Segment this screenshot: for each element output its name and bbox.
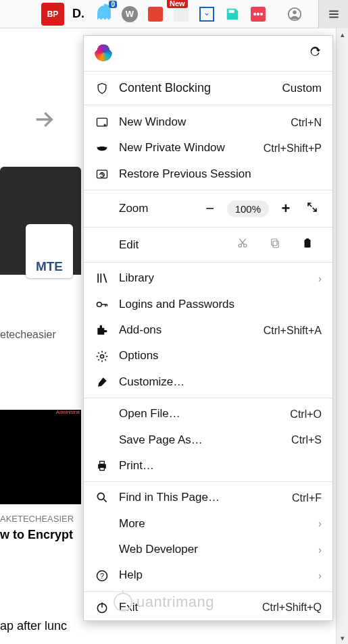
browser-toolbar: BP D. 0 W New ••• bbox=[0, 0, 348, 28]
edit-label: Edit bbox=[95, 238, 224, 252]
lastpass-icon[interactable]: ••• bbox=[247, 3, 270, 26]
open-file-item[interactable]: Open File… Ctrl+O bbox=[84, 401, 332, 427]
help-item[interactable]: ? Help › bbox=[84, 562, 332, 588]
app-menu: Content Blocking Custom New Window Ctrl+… bbox=[83, 35, 333, 621]
find-label: Find in This Page… bbox=[119, 491, 282, 504]
fullscreen-icon[interactable] bbox=[303, 201, 322, 217]
logins-label: Logins and Passwords bbox=[119, 298, 322, 311]
print-label: Print… bbox=[119, 459, 322, 473]
new-private-shortcut: Ctrl+Shift+P bbox=[264, 142, 322, 155]
svg-rect-8 bbox=[272, 239, 277, 246]
copy-icon[interactable] bbox=[261, 237, 289, 252]
card2-kicker: AKETECHEASIER bbox=[0, 514, 74, 524]
new-badge: New bbox=[167, 0, 188, 8]
zoom-row: Zoom − 100% + bbox=[84, 193, 332, 224]
customize-item[interactable]: Customize… bbox=[84, 369, 332, 395]
paste-icon[interactable] bbox=[293, 237, 322, 252]
find-item[interactable]: Find in This Page… Ctrl+F bbox=[84, 485, 332, 510]
ghostery-icon[interactable]: 0 bbox=[93, 3, 116, 26]
help-label: Help bbox=[119, 568, 304, 582]
card2-thumb-term: Administrat bbox=[0, 410, 81, 504]
content-blocking-row[interactable]: Content Blocking Custom bbox=[84, 72, 332, 105]
page-scrollbar[interactable]: ▴ ▾ bbox=[336, 28, 348, 644]
sync-refresh-icon[interactable] bbox=[308, 45, 322, 61]
new-window-shortcut: Ctrl+N bbox=[291, 116, 322, 129]
new-window-icon bbox=[95, 115, 109, 129]
save-as-shortcut: Ctrl+S bbox=[291, 433, 322, 446]
library-item[interactable]: Library › bbox=[84, 265, 332, 291]
svg-rect-0 bbox=[229, 9, 234, 13]
new-window-label: New Window bbox=[119, 115, 281, 129]
new-private-label: New Private Window bbox=[119, 141, 254, 155]
svg-point-11 bbox=[97, 302, 102, 306]
power-icon bbox=[95, 601, 109, 614]
shield-icon bbox=[95, 82, 109, 95]
download-icon[interactable] bbox=[195, 3, 218, 26]
fxa-account-icon[interactable] bbox=[95, 44, 112, 61]
new-private-item[interactable]: New Private Window Ctrl+Shift+P bbox=[84, 135, 332, 161]
gear-icon bbox=[95, 350, 109, 363]
search-icon bbox=[95, 491, 109, 504]
card3-line: ap after lunc bbox=[0, 619, 67, 633]
chevron-right-icon: › bbox=[314, 569, 322, 582]
svg-rect-7 bbox=[273, 241, 278, 248]
addons-label: Add-ons bbox=[119, 323, 254, 337]
scroll-up-icon[interactable]: ▴ bbox=[337, 28, 348, 41]
library-icon bbox=[95, 271, 109, 285]
svg-rect-15 bbox=[100, 468, 105, 471]
svg-point-2 bbox=[293, 10, 297, 14]
exit-shortcut: Ctrl+Shift+Q bbox=[262, 601, 322, 614]
zoom-out-button[interactable]: − bbox=[197, 200, 223, 217]
cut-icon[interactable] bbox=[228, 237, 257, 252]
customize-label: Customize… bbox=[119, 375, 322, 389]
mask-icon bbox=[95, 142, 109, 155]
todoist-icon[interactable] bbox=[144, 3, 167, 26]
forward-arrow-icon[interactable] bbox=[32, 108, 55, 134]
svg-rect-10 bbox=[306, 238, 309, 240]
edit-row: Edit bbox=[84, 230, 332, 259]
library-label: Library bbox=[119, 271, 304, 285]
hamburger-menu-button[interactable] bbox=[318, 0, 348, 28]
zoom-label: Zoom bbox=[95, 202, 193, 215]
watermark-bulb-icon bbox=[114, 593, 132, 612]
zoom-value[interactable]: 100% bbox=[227, 200, 269, 217]
save-as-label: Save Page As… bbox=[119, 433, 282, 447]
account-icon[interactable] bbox=[283, 3, 306, 26]
addons-item[interactable]: Add-ons Ctrl+Shift+A bbox=[84, 317, 332, 343]
svg-point-12 bbox=[101, 354, 104, 358]
options-item[interactable]: Options bbox=[84, 343, 332, 369]
chevron-right-icon: › bbox=[314, 543, 322, 556]
chevron-right-icon: › bbox=[314, 517, 322, 530]
wallabag-icon[interactable]: W bbox=[118, 3, 141, 26]
adblock-icon[interactable]: BP bbox=[41, 3, 64, 26]
print-item[interactable]: Print… bbox=[84, 453, 332, 479]
restore-session-item[interactable]: Restore Previous Session bbox=[84, 161, 332, 187]
chevron-right-icon: › bbox=[314, 272, 322, 285]
key-icon bbox=[95, 298, 109, 311]
more-item[interactable]: More › bbox=[84, 511, 332, 537]
svg-text:?: ? bbox=[100, 572, 104, 580]
svg-point-16 bbox=[97, 493, 104, 500]
brush-icon bbox=[95, 375, 109, 389]
card1-badge: MTE bbox=[26, 224, 73, 278]
duck-icon[interactable]: D. bbox=[67, 3, 90, 26]
open-file-label: Open File… bbox=[119, 407, 280, 421]
find-shortcut: Ctrl+F bbox=[292, 491, 322, 504]
svg-rect-14 bbox=[100, 461, 105, 464]
print-icon bbox=[95, 459, 109, 473]
content-blocking-mode: Custom bbox=[282, 82, 322, 95]
new-ext-icon[interactable]: New bbox=[170, 3, 193, 26]
zoom-in-button[interactable]: + bbox=[273, 200, 299, 217]
restore-label: Restore Previous Session bbox=[119, 167, 322, 181]
svg-rect-9 bbox=[305, 240, 311, 248]
webdev-label: Web Developer bbox=[119, 543, 304, 556]
open-file-shortcut: Ctrl+O bbox=[290, 408, 322, 421]
webdev-item[interactable]: Web Developer › bbox=[84, 537, 332, 562]
save-as-item[interactable]: Save Page As… Ctrl+S bbox=[84, 427, 332, 453]
save-icon[interactable] bbox=[221, 3, 244, 26]
scroll-down-icon[interactable]: ▾ bbox=[337, 632, 348, 644]
options-label: Options bbox=[119, 349, 322, 363]
content-blocking-label: Content Blocking bbox=[119, 81, 272, 95]
logins-item[interactable]: Logins and Passwords bbox=[84, 292, 332, 317]
new-window-item[interactable]: New Window Ctrl+N bbox=[84, 109, 332, 135]
